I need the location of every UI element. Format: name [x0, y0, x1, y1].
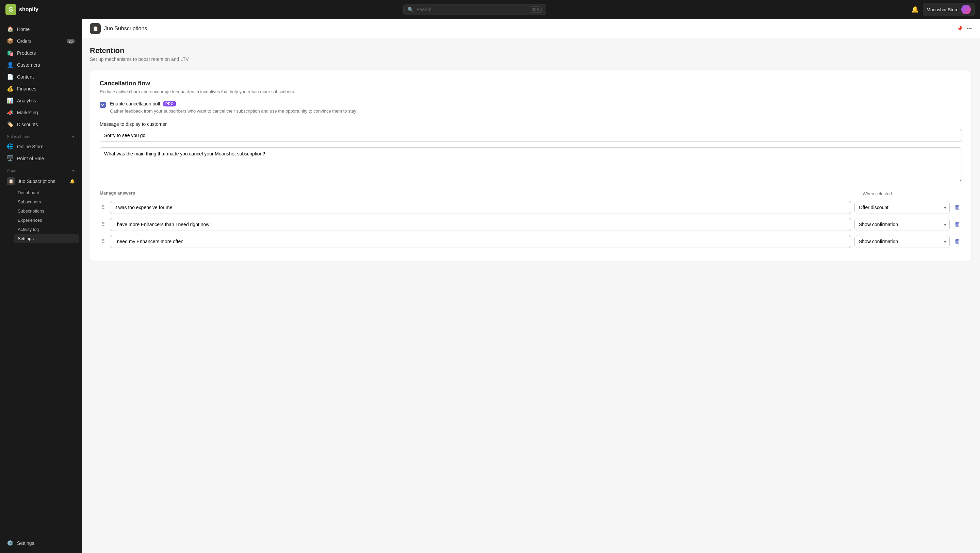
- sidebar-label-point-of-sale: Point of Sale: [17, 156, 44, 161]
- sidebar-sub-settings[interactable]: Settings: [14, 234, 79, 243]
- pin-icon[interactable]: 📌: [957, 26, 963, 31]
- app-bell-icon: 🔔: [70, 179, 75, 184]
- answer-input-1[interactable]: [110, 201, 851, 214]
- top-navigation: S shopify 🔍 ⌘ K 🔔 Moonshot Store: [0, 0, 980, 19]
- sidebar-item-point-of-sale[interactable]: 🖥️ Point of Sale: [3, 153, 79, 164]
- when-select-3[interactable]: Offer discountShow confirmationSkip: [854, 235, 950, 248]
- card-title: Cancellation flow: [100, 80, 962, 87]
- enable-poll-description: Gather feedback from your subscribers wh…: [110, 108, 962, 114]
- manage-answers-section: Manage answers When selected ⠿ Offer dis…: [100, 191, 962, 248]
- enable-poll-row: Enable cancellation poll PRO Gather feed…: [100, 101, 962, 114]
- juo-subscriptions-app[interactable]: 📋 Juo Subscriptions 🔔: [3, 175, 79, 188]
- shopify-logo: S shopify: [5, 4, 38, 15]
- analytics-icon: 📊: [7, 97, 14, 104]
- sidebar-sub-subscribers[interactable]: Subscribers: [14, 197, 79, 207]
- delete-answer-3[interactable]: 🗑: [953, 236, 962, 246]
- settings-label: Settings: [17, 540, 34, 546]
- sidebar-label-marketing: Marketing: [17, 110, 38, 115]
- sidebar-sub-dashboard[interactable]: Dashboard: [14, 188, 79, 197]
- sidebar-label-online-store: Online Store: [17, 144, 43, 149]
- answer-row-3: ⠿ Offer discountShow confirmationSkip ▾ …: [100, 235, 962, 248]
- drag-handle-2[interactable]: ⠿: [100, 221, 107, 227]
- poll-question-textarea[interactable]: What was the main thing that made you ca…: [100, 147, 962, 181]
- sidebar-item-products[interactable]: 🛍️ Products: [3, 47, 79, 59]
- page-title: Retention: [90, 46, 972, 55]
- more-options-icon[interactable]: •••: [967, 26, 972, 31]
- search-icon: 🔍: [408, 7, 414, 12]
- sidebar-label-orders: Orders: [17, 38, 32, 44]
- marketing-icon: 📣: [7, 109, 14, 116]
- sidebar-item-orders[interactable]: 📦 Orders 25: [3, 35, 79, 47]
- content-icon: 📄: [7, 73, 14, 80]
- sidebar-label-discounts: Discounts: [17, 122, 38, 127]
- finances-icon: 💰: [7, 85, 14, 92]
- pro-badge: PRO: [163, 101, 176, 106]
- search-input[interactable]: [416, 7, 527, 12]
- store-avatar: [961, 5, 971, 14]
- search-shortcut: ⌘ K: [530, 6, 542, 13]
- message-input[interactable]: [100, 129, 962, 142]
- app-name: Juo Subscriptions: [18, 178, 56, 184]
- answer-input-2[interactable]: [110, 218, 851, 231]
- notification-button[interactable]: 🔔: [911, 6, 919, 13]
- sidebar-item-home[interactable]: 🏠 Home: [3, 23, 79, 35]
- orders-badge: 25: [67, 39, 75, 43]
- search-bar[interactable]: 🔍 ⌘ K: [403, 4, 546, 15]
- apps-section: Apps ▼: [3, 164, 79, 175]
- manage-answers-title: Manage answers: [100, 191, 860, 195]
- sidebar-item-analytics[interactable]: 📊 Analytics: [3, 95, 79, 106]
- apps-label: Apps: [7, 168, 16, 173]
- app-header-icon: 📋: [90, 23, 101, 34]
- online-store-icon: 🌐: [7, 143, 14, 149]
- cancellation-flow-card: Cancellation flow Reduce active churn an…: [90, 70, 972, 262]
- sidebar-item-marketing[interactable]: 📣 Marketing: [3, 106, 79, 118]
- main-content: 📋 Juo Subscriptions 📌 ••• Retention Set …: [82, 19, 980, 553]
- sales-channels-section: Sales channels ▼: [3, 130, 79, 140]
- orders-icon: 📦: [7, 38, 14, 44]
- sidebar-sub-activity-log[interactable]: Activity log: [14, 225, 79, 234]
- sidebar-item-discounts[interactable]: 🏷️ Discounts: [3, 118, 79, 130]
- sidebar-sub-experiences[interactable]: Experiences: [14, 216, 79, 225]
- store-switcher-button[interactable]: Moonshot Store: [923, 3, 975, 16]
- poll-question-group: What was the main thing that made you ca…: [100, 147, 962, 191]
- card-description: Reduce active churn and encourage feedba…: [100, 89, 962, 94]
- sidebar-sub-subscriptions[interactable]: Subscriptions: [14, 207, 79, 216]
- discounts-icon: 🏷️: [7, 121, 14, 127]
- when-select-wrap-3: Offer discountShow confirmationSkip ▾: [854, 235, 950, 248]
- home-icon: 🏠: [7, 26, 14, 32]
- drag-handle-1[interactable]: ⠿: [100, 204, 107, 211]
- app-icon: 📋: [7, 177, 15, 185]
- when-select-wrap-1: Offer discountShow confirmationSkip ▾: [854, 201, 950, 214]
- drag-handle-3[interactable]: ⠿: [100, 238, 107, 245]
- shopify-logo-icon: S: [5, 4, 16, 15]
- customers-icon: 👤: [7, 62, 14, 68]
- message-field-label: Message to display to customer: [100, 121, 962, 127]
- when-select-2[interactable]: Offer discountShow confirmationSkip: [854, 218, 950, 231]
- answer-input-3[interactable]: [110, 235, 851, 248]
- sidebar-label-customers: Customers: [17, 62, 40, 68]
- sidebar-label-finances: Finances: [17, 86, 37, 92]
- sidebar-item-settings-bottom[interactable]: ⚙️ Settings: [3, 537, 79, 549]
- delete-answer-1[interactable]: 🗑: [953, 202, 962, 212]
- answer-row-1: ⠿ Offer discountShow confirmationSkip ▾ …: [100, 201, 962, 214]
- delete-answer-2[interactable]: 🗑: [953, 219, 962, 229]
- sidebar-item-finances[interactable]: 💰 Finances: [3, 83, 79, 95]
- when-select-wrap-2: Offer discountShow confirmationSkip ▾: [854, 218, 950, 231]
- apps-expand-icon: ▼: [72, 169, 75, 173]
- when-select-1[interactable]: Offer discountShow confirmationSkip: [854, 201, 950, 214]
- enable-poll-checkbox[interactable]: [100, 102, 106, 108]
- point-of-sale-icon: 🖥️: [7, 155, 14, 162]
- app-header-title: Juo Subscriptions: [104, 25, 147, 32]
- answer-row-2: ⠿ Offer discountShow confirmationSkip ▾ …: [100, 218, 962, 231]
- app-header-bar: 📋 Juo Subscriptions 📌 •••: [82, 19, 980, 38]
- sidebar-item-online-store[interactable]: 🌐 Online Store: [3, 140, 79, 153]
- when-selected-label: When selected: [860, 191, 962, 196]
- checkmark-icon: [101, 103, 105, 107]
- sidebar-item-customers[interactable]: 👤 Customers: [3, 59, 79, 71]
- store-name: Moonshot Store: [927, 7, 959, 12]
- products-icon: 🛍️: [7, 50, 14, 56]
- sidebar-item-content[interactable]: 📄 Content: [3, 71, 79, 83]
- sales-channels-label: Sales channels: [7, 134, 34, 139]
- enable-poll-label: Enable cancellation poll: [110, 101, 160, 106]
- sidebar-label-products: Products: [17, 50, 36, 56]
